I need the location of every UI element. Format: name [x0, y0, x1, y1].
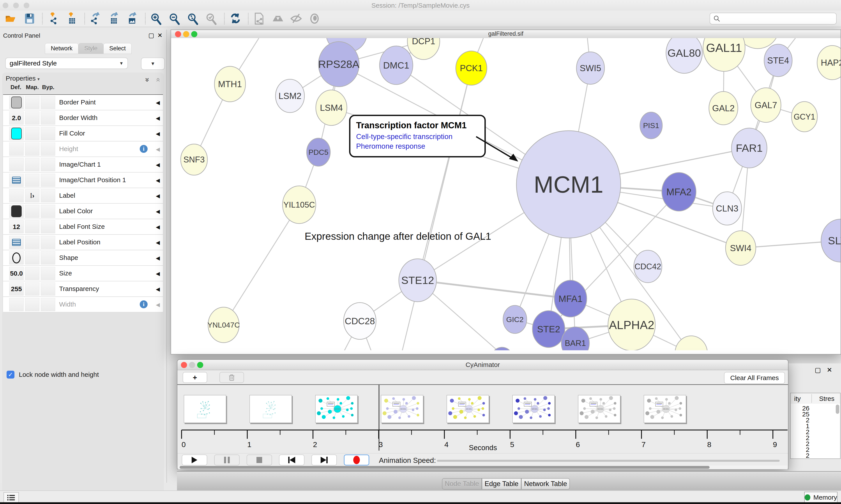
- def-cell[interactable]: [9, 127, 24, 140]
- export-table-icon[interactable]: [108, 12, 121, 25]
- export-image-icon[interactable]: [126, 12, 139, 25]
- search-input[interactable]: [720, 15, 831, 22]
- zoom-in-icon[interactable]: [150, 12, 163, 25]
- column-divider[interactable]: [811, 394, 812, 403]
- hide-graphics-icon[interactable]: [290, 12, 302, 25]
- cyanimator-titlebar[interactable]: CyAnimator: [177, 360, 788, 370]
- export-network-icon[interactable]: [89, 12, 102, 25]
- network-node-cdc28[interactable]: CDC28: [344, 303, 376, 339]
- def-cell[interactable]: [9, 251, 24, 265]
- tab-node-table[interactable]: Node Table: [442, 478, 482, 489]
- network-graph[interactable]: RPS28ADMC1DCP1PCK1SWI5GAL80GAL11STE4HAP2…: [171, 38, 841, 350]
- add-frame-button[interactable]: +: [183, 372, 207, 383]
- property-row-image-chart-1[interactable]: Image/Chart 1◀: [3, 157, 163, 173]
- property-row-label[interactable]: ⁞›Label◀: [3, 188, 163, 204]
- map-cell[interactable]: [25, 143, 39, 156]
- network-node-pis1[interactable]: PIS1: [640, 112, 662, 139]
- network-node-gal80[interactable]: GAL80: [666, 38, 702, 73]
- network-node-dcp1[interactable]: DCP1: [407, 38, 440, 59]
- save-icon[interactable]: [23, 12, 36, 25]
- tab-edge-table[interactable]: Edge Table: [482, 478, 521, 489]
- def-cell[interactable]: 2.0: [9, 111, 24, 125]
- network-node-rps28a[interactable]: RPS28A: [318, 41, 359, 87]
- network-node-cln3[interactable]: CLN3: [713, 192, 741, 225]
- property-row-shape[interactable]: Shape◀: [3, 250, 163, 266]
- tab-style[interactable]: Style: [78, 43, 103, 54]
- byp-cell[interactable]: [41, 96, 55, 109]
- def-cell[interactable]: [9, 205, 24, 218]
- network-node-pdc5[interactable]: PDC5: [307, 138, 330, 166]
- refresh-icon[interactable]: [229, 12, 242, 25]
- info-icon[interactable]: i: [140, 300, 148, 308]
- def-cell[interactable]: [9, 236, 24, 249]
- float-panel-icon[interactable]: ▢: [148, 32, 154, 39]
- skip-to-end-button[interactable]: [311, 454, 337, 466]
- expand-row-icon[interactable]: ◀: [156, 177, 160, 183]
- table-header-row[interactable]: ity Stres: [791, 393, 840, 404]
- expand-row-icon[interactable]: ◀: [156, 146, 160, 152]
- expand-row-icon[interactable]: ◀: [156, 115, 160, 121]
- network-node-lsm4[interactable]: LSM4: [316, 90, 347, 125]
- network-node-ste12[interactable]: STE12: [399, 259, 436, 302]
- byp-cell[interactable]: [41, 220, 55, 233]
- close-panel-icon[interactable]: ✕: [158, 32, 162, 39]
- map-cell[interactable]: [25, 127, 39, 140]
- network-edge[interactable]: [401, 68, 471, 350]
- map-cell[interactable]: [25, 251, 39, 265]
- def-cell[interactable]: [9, 96, 24, 109]
- property-row-transparency[interactable]: 255Transparency◀: [3, 281, 163, 297]
- def-cell[interactable]: [9, 158, 24, 171]
- property-row-border-paint[interactable]: Border Paint◀: [3, 95, 163, 110]
- style-selector[interactable]: galFiltered Style ▼: [5, 58, 128, 69]
- byp-cell[interactable]: [41, 127, 55, 140]
- expand-row-icon[interactable]: ◀: [156, 193, 160, 199]
- delete-frame-button[interactable]: [219, 372, 244, 383]
- annotation-link[interactable]: Cell-type-specific transcription: [356, 132, 479, 141]
- network-node-mth1[interactable]: MTH1: [214, 66, 246, 102]
- node-table[interactable]: ity Stres 26252122222: [790, 393, 841, 459]
- memory-button[interactable]: Memory: [804, 492, 838, 503]
- property-row-fill-color[interactable]: Fill Color◀: [3, 126, 163, 141]
- network-file-icon[interactable]: [253, 12, 266, 25]
- tab-network-table[interactable]: Network Table: [521, 478, 570, 489]
- show-graphics-icon[interactable]: [308, 12, 321, 25]
- map-cell[interactable]: [25, 283, 39, 295]
- import-table-icon[interactable]: [66, 12, 78, 25]
- collapse-all-icon[interactable]: »: [155, 75, 159, 84]
- open-folder-icon[interactable]: [5, 12, 18, 25]
- property-row-size[interactable]: 50.0Size◀: [3, 266, 163, 281]
- scrollbar-thumb[interactable]: [180, 466, 710, 469]
- network-node-gic2[interactable]: GIC2: [503, 305, 527, 334]
- byp-cell[interactable]: [41, 267, 55, 280]
- map-cell[interactable]: [25, 267, 39, 280]
- skip-to-start-button[interactable]: [279, 454, 304, 466]
- byp-cell[interactable]: [41, 205, 55, 218]
- def-cell[interactable]: [9, 143, 24, 156]
- pause-button[interactable]: [214, 454, 239, 466]
- network-node-snf3[interactable]: SNF3: [181, 144, 208, 175]
- network-node-gcy1[interactable]: GCY1: [791, 102, 817, 132]
- def-cell[interactable]: [9, 174, 24, 187]
- expand-row-icon[interactable]: ◀: [156, 302, 160, 308]
- annotation-link[interactable]: Pheromone response: [356, 142, 479, 150]
- network-node-mfa2[interactable]: MFA2: [662, 173, 696, 211]
- lock-size-row[interactable]: ✓ Lock node width and height: [6, 371, 99, 379]
- def-cell[interactable]: 50.0: [9, 267, 24, 280]
- record-button[interactable]: [344, 454, 369, 466]
- property-row-border-width[interactable]: 2.0Border Width◀: [3, 110, 163, 126]
- expand-row-icon[interactable]: ◀: [156, 255, 160, 261]
- info-icon[interactable]: i: [140, 145, 148, 153]
- expand-row-icon[interactable]: ◀: [156, 131, 160, 137]
- zoom-fit-icon[interactable]: [187, 12, 199, 25]
- style-options-button[interactable]: ▼: [141, 58, 165, 70]
- animation-speed-slider[interactable]: [437, 460, 780, 462]
- expand-row-icon[interactable]: ◀: [156, 224, 160, 230]
- properties-header[interactable]: Properties ▾: [6, 75, 40, 82]
- property-row-width[interactable]: Widthi◀: [3, 297, 163, 312]
- map-cell[interactable]: [25, 298, 39, 311]
- annotation-box[interactable]: Transcription factor MCM1 Cell-type-spec…: [349, 115, 486, 158]
- expand-row-icon[interactable]: ◀: [156, 286, 160, 292]
- expand-row-icon[interactable]: ◀: [156, 271, 160, 277]
- property-row-label-font-size[interactable]: 12Label Font Size◀: [3, 219, 163, 235]
- network-node-hap2[interactable]: HAP2: [817, 46, 841, 80]
